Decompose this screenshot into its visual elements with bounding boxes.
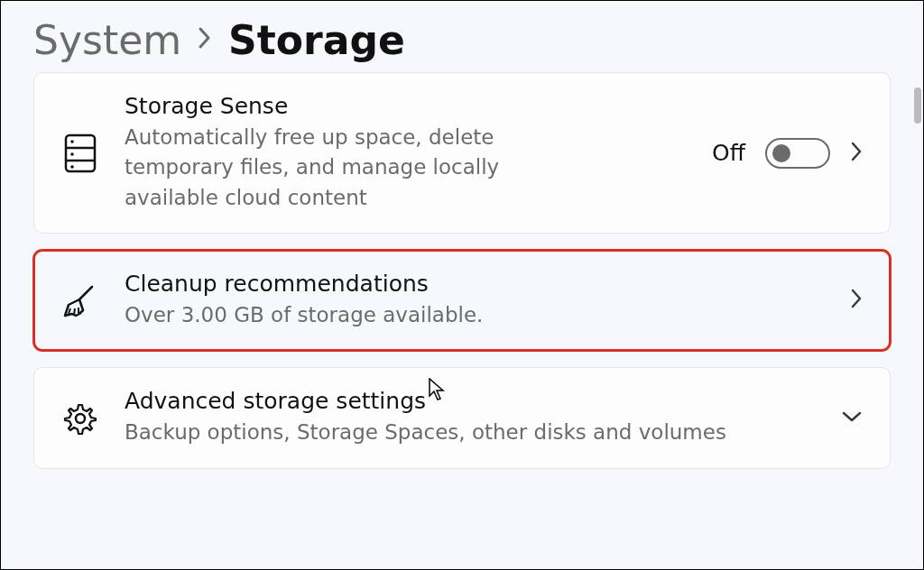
chevron-right-icon <box>198 24 212 56</box>
breadcrumb-current: Storage <box>228 17 405 63</box>
storage-sense-card[interactable]: Storage Sense Automatically free up spac… <box>33 72 891 234</box>
chevron-right-icon <box>850 141 863 166</box>
storage-sense-toggle[interactable] <box>765 138 830 169</box>
cleanup-title: Cleanup recommendations <box>125 271 825 297</box>
storage-sense-subtitle: Automatically free up space, delete temp… <box>125 123 504 213</box>
cleanup-recommendations-card[interactable]: Cleanup recommendations Over 3.00 GB of … <box>33 250 891 351</box>
storage-sense-title: Storage Sense <box>125 93 687 119</box>
storage-sense-toggle-label: Off <box>712 140 745 166</box>
advanced-storage-card[interactable]: Advanced storage settings Backup options… <box>33 367 891 468</box>
svg-line-8 <box>74 308 75 315</box>
svg-rect-0 <box>66 135 95 171</box>
svg-line-6 <box>79 287 92 299</box>
toggle-knob <box>772 144 790 162</box>
svg-line-7 <box>69 308 70 314</box>
breadcrumb-parent[interactable]: System <box>33 17 181 63</box>
scrollbar-thumb[interactable] <box>914 87 921 124</box>
broom-icon <box>61 281 99 319</box>
advanced-subtitle: Backup options, Storage Spaces, other di… <box>125 418 816 447</box>
breadcrumb: System Storage <box>1 1 923 72</box>
cleanup-subtitle: Over 3.00 GB of storage available. <box>125 300 825 330</box>
advanced-title: Advanced storage settings <box>125 388 816 414</box>
chevron-right-icon <box>850 288 863 313</box>
svg-point-5 <box>70 165 74 169</box>
svg-point-3 <box>70 140 74 143</box>
chevron-down-icon <box>841 409 863 427</box>
svg-point-4 <box>70 152 74 156</box>
drive-icon <box>61 133 99 173</box>
svg-point-10 <box>76 414 85 423</box>
gear-icon <box>61 401 99 436</box>
